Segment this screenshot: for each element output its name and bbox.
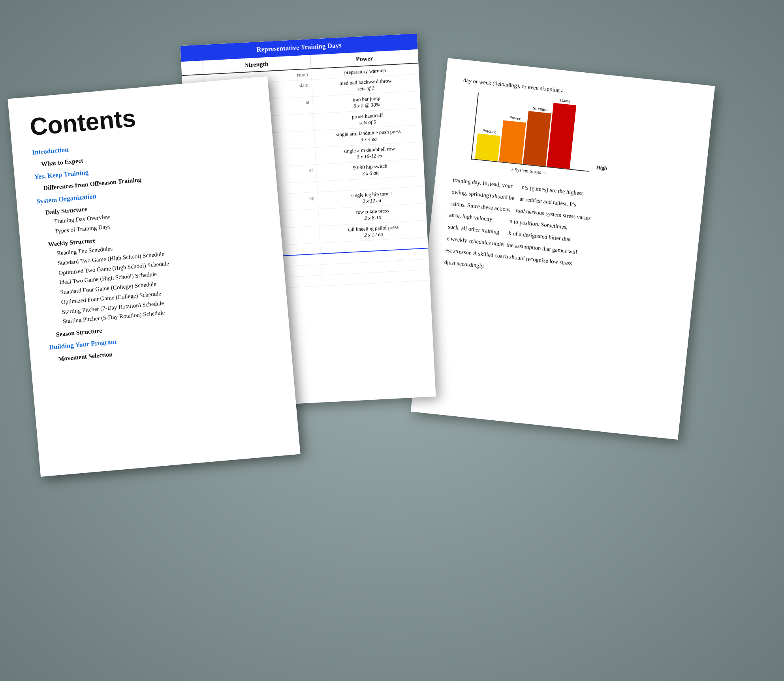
- page-back-right: day or week (deloading), or even skippin…: [411, 58, 715, 440]
- bar-strength: Strength: [523, 111, 551, 166]
- back-right-text: day or week (deloading), or even skippin…: [444, 75, 696, 291]
- bar-chart: Practice Power Strength Game: [471, 92, 596, 171]
- bar-yellow: [475, 134, 500, 162]
- contents-list: Introduction What to Expect Yes, Keep Tr…: [32, 129, 271, 364]
- bar-power: Power: [499, 120, 526, 164]
- col-pagenum-header: [181, 60, 203, 75]
- page-front: Contents Introduction What to Expect Yes…: [8, 76, 300, 477]
- bar-dark-orange: [523, 111, 551, 166]
- bar-orange: [499, 120, 526, 164]
- bar-practice: Practice: [475, 134, 500, 162]
- chart-high-label: High: [596, 163, 607, 173]
